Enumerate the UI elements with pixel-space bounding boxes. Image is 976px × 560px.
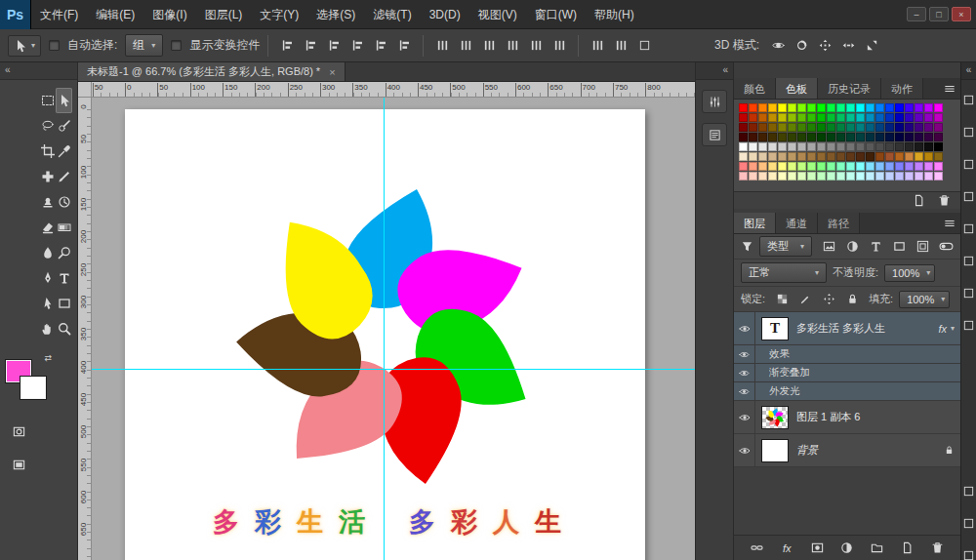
color-swatch[interactable] bbox=[778, 133, 787, 141]
color-swatch[interactable] bbox=[739, 133, 748, 141]
panel-tab[interactable]: 历史记录 bbox=[818, 78, 881, 99]
color-swatch[interactable] bbox=[768, 103, 777, 112]
color-swatch[interactable] bbox=[846, 123, 855, 132]
color-swatch[interactable] bbox=[768, 172, 777, 180]
color-swatch[interactable] bbox=[875, 113, 884, 122]
color-swatch[interactable] bbox=[739, 113, 748, 122]
color-swatch[interactable] bbox=[915, 152, 923, 161]
collapsed-panel-3-icon[interactable] bbox=[958, 154, 976, 174]
color-swatch[interactable] bbox=[827, 123, 835, 132]
color-swatch[interactable] bbox=[934, 152, 943, 161]
panel-tab[interactable]: 颜色 bbox=[734, 78, 776, 99]
color-swatch[interactable] bbox=[768, 152, 777, 161]
tool-preset-picker[interactable]: ▾ bbox=[8, 35, 41, 57]
visibility-toggle[interactable] bbox=[734, 312, 755, 344]
collapsed-panel-2-icon[interactable] bbox=[958, 122, 976, 141]
color-swatch[interactable] bbox=[758, 162, 767, 171]
pixel-icon[interactable] bbox=[818, 237, 839, 257]
tool-quick-select[interactable] bbox=[56, 113, 72, 139]
tool-hand[interactable] bbox=[39, 316, 56, 341]
tool-healing[interactable] bbox=[39, 164, 56, 189]
link-icon[interactable] bbox=[746, 539, 767, 558]
color-swatch[interactable] bbox=[856, 142, 865, 151]
new-swatch-icon[interactable] bbox=[908, 191, 929, 211]
color-swatch[interactable] bbox=[856, 172, 865, 180]
collapsed-panel-11-icon[interactable] bbox=[958, 545, 976, 560]
color-swatch[interactable] bbox=[758, 152, 767, 161]
color-swatch[interactable] bbox=[749, 142, 757, 151]
color-swatch[interactable] bbox=[856, 103, 865, 112]
color-swatch[interactable] bbox=[827, 103, 835, 112]
color-swatch[interactable] bbox=[758, 103, 767, 112]
color-swatch[interactable] bbox=[768, 133, 777, 141]
fx-icon[interactable]: fx bbox=[776, 539, 797, 558]
dock-collapse-button[interactable]: « bbox=[696, 62, 733, 80]
color-swatch[interactable] bbox=[797, 172, 806, 180]
color-swatch[interactable] bbox=[797, 103, 806, 112]
color-swatch[interactable] bbox=[934, 172, 943, 180]
color-swatch[interactable] bbox=[807, 152, 816, 161]
color-swatch[interactable] bbox=[827, 152, 835, 161]
menu-item[interactable]: 图像(I) bbox=[143, 0, 195, 29]
color-swatch[interactable] bbox=[934, 113, 943, 122]
color-swatch[interactable] bbox=[866, 162, 874, 171]
color-swatch[interactable] bbox=[895, 123, 904, 132]
panel-tab[interactable]: 路径 bbox=[818, 213, 860, 233]
tool-zoom[interactable] bbox=[56, 316, 72, 341]
panel-tab[interactable]: 图层 bbox=[734, 213, 776, 233]
filter-toggle-icon[interactable] bbox=[939, 239, 954, 254]
color-swatch[interactable] bbox=[895, 142, 904, 151]
collapsed-panel-10-icon[interactable] bbox=[958, 513, 976, 533]
align-center-h-icon[interactable] bbox=[300, 36, 321, 56]
color-swatch[interactable] bbox=[924, 142, 933, 151]
close-button[interactable]: × bbox=[952, 7, 971, 21]
lock-transparent-icon[interactable] bbox=[771, 290, 793, 309]
color-swatch[interactable] bbox=[866, 113, 874, 122]
color-swatch[interactable] bbox=[758, 123, 767, 132]
color-swatch[interactable] bbox=[846, 142, 855, 151]
properties-icon[interactable] bbox=[702, 90, 727, 113]
trash-icon[interactable] bbox=[926, 539, 948, 558]
color-swatch[interactable] bbox=[915, 133, 923, 141]
color-swatch[interactable] bbox=[934, 142, 943, 151]
color-swatch[interactable] bbox=[885, 172, 894, 180]
collapsed-panel-8-icon[interactable] bbox=[958, 315, 976, 335]
color-swatch[interactable] bbox=[885, 152, 894, 161]
menu-item[interactable]: 窗口(W) bbox=[526, 0, 586, 29]
color-swatch[interactable] bbox=[924, 162, 933, 171]
color-swatch[interactable] bbox=[846, 113, 855, 122]
color-swatch[interactable] bbox=[797, 113, 806, 122]
tool-type[interactable] bbox=[56, 265, 72, 291]
color-swatch[interactable] bbox=[827, 162, 835, 171]
color-swatch[interactable] bbox=[905, 113, 914, 122]
color-swatch[interactable] bbox=[817, 103, 826, 112]
color-swatch[interactable] bbox=[788, 152, 796, 161]
color-swatch[interactable] bbox=[788, 123, 796, 132]
dist-spacing-v-icon[interactable] bbox=[587, 36, 608, 56]
dist-bottom-icon[interactable] bbox=[478, 36, 500, 56]
tool-brush[interactable] bbox=[56, 164, 72, 189]
color-swatch[interactable] bbox=[856, 113, 865, 122]
menu-item[interactable]: 文件(F) bbox=[31, 0, 87, 29]
color-swatch[interactable] bbox=[885, 123, 894, 132]
color-swatch[interactable] bbox=[934, 133, 943, 141]
color-swatch[interactable] bbox=[866, 123, 874, 132]
color-swatch[interactable] bbox=[758, 133, 767, 141]
menu-item[interactable]: 编辑(E) bbox=[87, 0, 143, 29]
color-swatch[interactable] bbox=[758, 172, 767, 180]
color-swatch[interactable] bbox=[836, 142, 845, 151]
color-swatch[interactable] bbox=[924, 103, 933, 112]
tool-pen[interactable] bbox=[39, 265, 56, 291]
lock-pixels-icon[interactable] bbox=[794, 290, 816, 309]
color-swatch[interactable] bbox=[875, 103, 884, 112]
color-swatch[interactable] bbox=[875, 172, 884, 180]
color-swatch[interactable] bbox=[895, 172, 904, 180]
close-icon[interactable]: × bbox=[329, 66, 335, 78]
color-swatch[interactable] bbox=[866, 142, 874, 151]
tool-eyedropper[interactable] bbox=[56, 139, 72, 164]
show-transform-checkbox[interactable] bbox=[171, 40, 182, 51]
align-right-icon[interactable] bbox=[323, 36, 345, 56]
color-swatch[interactable] bbox=[797, 123, 806, 132]
color-swatch[interactable] bbox=[817, 172, 826, 180]
slide-icon[interactable] bbox=[837, 36, 859, 56]
